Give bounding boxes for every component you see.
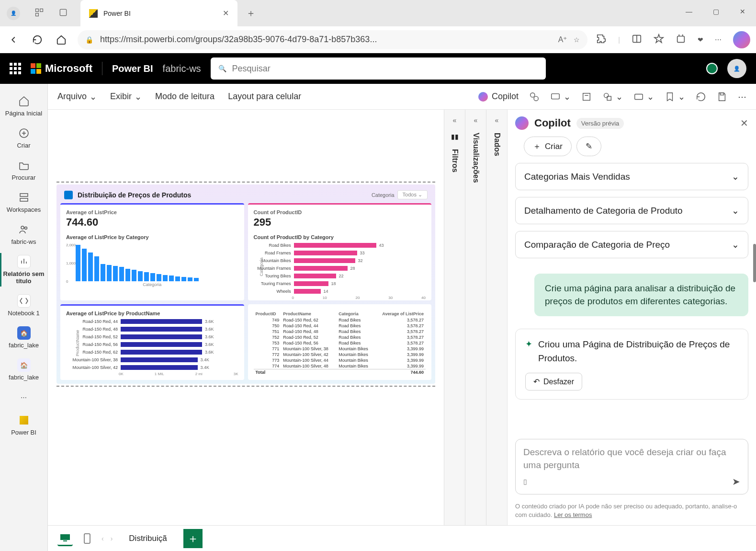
ribbon-save-icon[interactable] [717,92,727,102]
ribbon-reading-mode[interactable]: Modo de leitura [155,92,214,102]
nav-notebook[interactable]: Notebook 1 [0,289,47,321]
profile-avatar-icon[interactable]: 👤 [7,7,20,20]
create-action-button[interactable]: ＋Criar [524,137,572,156]
health-icon[interactable]: ❤ [698,36,703,44]
tab-close-icon[interactable]: ✕ [223,9,229,18]
table-row[interactable]: 772Mountain-100 Silver, 42Mountain Bikes… [254,352,426,357]
ribbon-more-icon[interactable]: ⋯ [738,92,746,102]
send-icon[interactable]: ➤ [732,476,740,487]
ribbon-bookmark-icon[interactable]: ⌄ [665,92,685,102]
add-page-button[interactable]: ＋ [183,529,203,548]
suggestion-top-categories[interactable]: Categorias Mais Vendidas⌄ [515,163,748,190]
nav-report[interactable]: Relatório sem título [0,250,47,289]
favorites-icon[interactable] [654,34,664,46]
mobile-view-button[interactable] [79,531,95,546]
new-tab-button[interactable]: ＋ [246,7,256,20]
filter-dropdown[interactable]: Todos ⌄ [397,190,428,199]
copilot-input[interactable]: Descreva o relatório que você deseja cri… [515,439,748,494]
close-pane-button[interactable]: ✕ [740,117,748,129]
collapse-chevron-icon[interactable]: « [453,116,457,124]
minimize-button[interactable]: — [676,0,702,23]
nav-powerbi[interactable]: Power BI [0,409,47,441]
ribbon-file[interactable]: Arquivo ⌄ [57,92,97,102]
nav-workspaces[interactable]: Workspaces [0,186,47,218]
search-input[interactable] [232,64,538,74]
edit-action-button[interactable]: ✎ [576,137,601,156]
table-row[interactable]: 751Road-150 Red, 48Road Bikes3,578.27 [254,329,426,334]
extensions-icon[interactable] [596,34,607,46]
prev-page-button[interactable]: ‹ [102,535,104,542]
undo-button[interactable]: ↶Desfazer [525,373,582,390]
table-row[interactable]: 753Road-150 Red, 56Road Bikes3,578.27 [254,340,426,346]
presence-indicator-icon[interactable] [706,63,718,74]
ribbon-explore-icon[interactable] [529,92,540,102]
copilot-browser-icon[interactable] [733,31,750,48]
table-row[interactable]: 750Road-150 Red, 44Road Bikes3,578.27 [254,323,426,329]
refresh-button[interactable] [30,32,45,47]
home-button[interactable] [54,32,69,47]
search-box[interactable]: 🔍 [211,57,546,80]
report-canvas[interactable]: Distribuição de Preços de Produtos Categ… [48,110,444,525]
next-page-button[interactable]: › [111,535,113,542]
nav-home[interactable]: Página Inicial [0,90,47,122]
hbar-chart-product[interactable]: Average of ListPrice by ProductName Prod… [60,304,244,380]
browser-tab[interactable]: Power BI ✕ [80,0,237,26]
product-table: ProductID ProductName Categoria Average … [254,310,426,375]
nav-lakehouse-2[interactable]: 🏠fabric_lake [0,354,47,386]
nav-fabric-ws[interactable]: fabric-ws [0,218,47,250]
user-avatar[interactable]: 👤 [727,59,746,78]
collapse-chevron-icon[interactable]: « [495,116,499,124]
data-table-card[interactable]: ProductID ProductName Categoria Average … [248,304,432,380]
reader-mode-icon[interactable]: A⁺ [558,35,567,44]
maximize-button[interactable]: ▢ [702,0,729,23]
ribbon-refresh-icon[interactable] [696,92,706,102]
back-button[interactable] [6,32,21,47]
home-icon [17,94,31,108]
ribbon-text-icon[interactable] [581,92,592,102]
nav-create[interactable]: Criar [0,122,47,154]
table-row[interactable]: 749Road-150 Red, 62Road Bikes3,578.27 [254,317,426,323]
desktop-view-button[interactable] [57,531,73,546]
ribbon-mobile-layout[interactable]: Layout para celular [228,92,301,102]
page-tabs: ‹ › Distribuiçã ＋ [48,525,756,551]
visualizations-pane[interactable]: « Visualizações [465,110,486,525]
favorite-icon[interactable]: ☆ [574,36,580,44]
attachments-icon[interactable]: ▯ [523,478,527,485]
suggestion-price-comparison[interactable]: Comparação de Categoria de Preço⌄ [515,231,748,258]
workspaces-icon[interactable] [34,8,44,19]
table-row[interactable]: 774Mountain-100 Silver, 48Mountain Bikes… [254,363,426,369]
page-tab[interactable]: Distribuiçã [119,529,176,548]
ribbon-chat-icon[interactable]: ⌄ [550,92,571,102]
kpi-card-count[interactable]: Count of ProductID 295 Count of ProductI… [248,203,432,300]
table-row[interactable]: 771Mountain-100 Silver, 38Mountain Bikes… [254,346,426,352]
split-screen-icon[interactable] [632,34,642,46]
copilot-logo-icon [515,116,529,130]
terms-link[interactable]: Ler os termos [554,511,592,518]
app-launcher-icon[interactable] [10,63,21,74]
scrollbar-thumb[interactable] [753,244,756,282]
url-input[interactable]: 🔒 https://msit.powerbi.com/groups/32a98b… [78,30,587,49]
nav-browse[interactable]: Procurar [0,154,47,186]
ribbon-view[interactable]: Exibir ⌄ [110,92,142,102]
tab-actions-icon[interactable] [58,8,68,19]
ribbon-shapes-icon[interactable]: ⌄ [602,92,623,102]
data-pane[interactable]: « Dados [486,110,507,525]
kpi-card-avg-price[interactable]: Average of ListPrice 744.60 Average of L… [60,203,244,300]
table-row[interactable]: 773Mountain-100 Silver, 44Mountain Bikes… [254,357,426,363]
browser-address-bar: 🔒 https://msit.powerbi.com/groups/32a98b… [0,26,756,53]
ribbon-visual-icon[interactable]: ⌄ [633,92,654,102]
filters-pane[interactable]: « ▮▮ Filtros [444,110,465,525]
report-page-icon [64,191,73,199]
table-row[interactable]: 752Road-150 Red, 52Road Bikes3,578.27 [254,334,426,340]
collections-icon[interactable] [676,34,686,46]
workspace-name[interactable]: fabric-ws [163,63,201,74]
suggestion-category-detail[interactable]: Detalhamento de Categoria de Produto⌄ [515,197,748,224]
lakehouse-icon: 🏠 [17,358,31,372]
close-window-button[interactable]: ✕ [729,0,756,23]
nav-more[interactable]: ⋯ [0,386,47,409]
collapse-chevron-icon[interactable]: « [474,116,478,124]
nav-lakehouse-1[interactable]: 🏠fabric_lake [0,321,47,354]
svg-rect-2 [36,13,39,16]
ribbon-copilot-button[interactable]: Copilot [478,92,519,102]
more-icon[interactable]: ⋯ [715,36,722,44]
